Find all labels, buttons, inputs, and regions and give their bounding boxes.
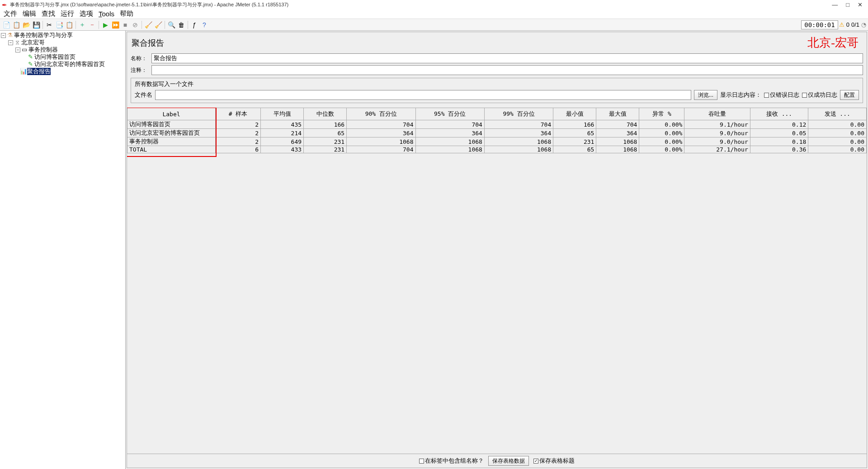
table-cell: 704 <box>415 120 484 129</box>
minimize-button[interactable]: — <box>832 1 838 8</box>
col-header[interactable]: 吞吐量 <box>684 108 750 120</box>
file-section-title: 所有数据写入一个文件 <box>131 78 863 89</box>
menu-help[interactable]: 帮助 <box>118 9 135 18</box>
configure-button[interactable]: 配置 <box>840 90 859 100</box>
collapse-icon[interactable]: − <box>8 40 13 45</box>
table-cell: 2 <box>216 137 261 146</box>
tree-thread-group[interactable]: − ⧖ 北京宏哥 <box>1 39 124 46</box>
add-icon[interactable]: ＋ <box>78 20 87 29</box>
table-row[interactable]: 访问北京宏哥的博客园首页221465364364364653640.00%9.0… <box>127 129 867 137</box>
reset-search-icon[interactable]: 🗑 <box>177 20 186 29</box>
separator <box>75 21 76 29</box>
col-header[interactable]: 异常 % <box>639 108 684 120</box>
col-header[interactable]: 90% 百分位 <box>347 108 415 120</box>
paste-icon[interactable]: 📋 <box>65 20 74 29</box>
save-table-data-button[interactable]: 保存表格数据 <box>488 456 529 466</box>
save-table-header-checkbox[interactable]: ✓保存表格标题 <box>533 457 575 465</box>
results-table[interactable]: Label# 样本平均值中位数90% 百分位95% 百分位99% 百分位最小值最… <box>127 108 867 153</box>
log-display-label: 显示日志内容： <box>720 91 761 99</box>
table-cell: 0.05 <box>750 129 808 137</box>
col-header[interactable]: Label <box>127 108 216 120</box>
close-button[interactable]: ✕ <box>858 1 863 8</box>
menu-options[interactable]: 选项 <box>78 9 95 18</box>
panel-title: 聚合报告 <box>132 38 164 48</box>
tree-transaction-controller[interactable]: − ▭ 事务控制器 <box>1 46 124 53</box>
test-plan-tree[interactable]: − ⚗ 事务控制器学习与分享 − ⧖ 北京宏哥 − ▭ 事务控制器 ✎ 访问博客… <box>0 31 126 469</box>
tree-http-request-1[interactable]: ✎ 访问博客园首页 <box>1 53 124 61</box>
name-input[interactable] <box>151 53 863 63</box>
table-cell: 231 <box>553 137 596 146</box>
window-title: 事务控制器学习与分享.jmx (D:\software\apache-jmete… <box>10 1 832 8</box>
only-error-checkbox[interactable]: 仅错误日志 <box>764 91 799 99</box>
warning-icon[interactable]: ⚠ <box>839 21 844 28</box>
stop-icon[interactable]: ■ <box>121 20 130 29</box>
table-row[interactable]: 事务控制器264923110681068106823110680.00%9.0/… <box>127 137 867 146</box>
table-cell: 0.36 <box>750 146 808 153</box>
table-cell: 0.00 <box>808 129 867 137</box>
col-header[interactable]: 最大值 <box>596 108 639 120</box>
cut-icon[interactable]: ✂ <box>45 20 54 29</box>
copy-icon[interactable]: 📑 <box>55 20 64 29</box>
browse-button[interactable]: 浏览... <box>694 90 717 100</box>
start-no-pause-icon[interactable]: ⏩ <box>111 20 120 29</box>
shutdown-icon[interactable]: ⊘ <box>131 20 140 29</box>
col-header[interactable]: 中位数 <box>304 108 347 120</box>
include-group-checkbox[interactable]: 在标签中包含组名称？ <box>419 457 484 465</box>
gauge-icon: ◔ <box>861 21 866 28</box>
threadgroup-icon: ⧖ <box>14 39 20 46</box>
col-header[interactable]: 99% 百分位 <box>484 108 553 120</box>
new-icon[interactable]: 📄 <box>2 20 11 29</box>
table-cell: 704 <box>347 120 415 129</box>
table-cell: 6 <box>216 146 261 153</box>
tree-aggregate-report[interactable]: 📊 聚合报告 <box>1 68 124 75</box>
toolbar: 📄 📋 📂 💾 ✂ 📑 📋 ＋ － ▶ ⏩ ■ ⊘ 🧹 🧹 🔍 🗑 ƒ ? 00… <box>0 19 868 31</box>
col-header[interactable]: 95% 百分位 <box>415 108 484 120</box>
remove-icon[interactable]: － <box>88 20 97 29</box>
table-cell: 事务控制器 <box>127 137 216 146</box>
table-cell: 435 <box>260 120 303 129</box>
menu-tools[interactable]: Tools <box>97 10 116 18</box>
tree-root[interactable]: − ⚗ 事务控制器学习与分享 <box>1 32 124 39</box>
table-cell: 1068 <box>596 137 639 146</box>
function-helper-icon[interactable]: ƒ <box>190 20 199 29</box>
table-cell: 433 <box>260 146 303 153</box>
testplan-icon: ⚗ <box>7 32 13 39</box>
table-cell: 2 <box>216 129 261 137</box>
table-row[interactable]: 访问博客园首页24351667047047041667040.00%9.1/ho… <box>127 120 867 129</box>
save-icon[interactable]: 💾 <box>32 20 41 29</box>
col-header[interactable]: # 样本 <box>216 108 261 120</box>
table-row[interactable]: TOTAL6433231704106810686510680.00%27.1/h… <box>127 146 867 153</box>
clear-all-icon[interactable]: 🧹 <box>154 20 163 29</box>
table-cell: TOTAL <box>127 146 216 153</box>
templates-icon[interactable]: 📋 <box>12 20 21 29</box>
title-bar: ✒ 事务控制器学习与分享.jmx (D:\software\apache-jme… <box>0 0 868 9</box>
filename-input[interactable] <box>155 90 691 100</box>
table-cell: 0.00% <box>639 120 684 129</box>
col-header[interactable]: 最小值 <box>553 108 596 120</box>
help-icon[interactable]: ? <box>200 20 209 29</box>
col-header[interactable]: 发送 ... <box>808 108 867 120</box>
menu-run[interactable]: 运行 <box>59 9 76 18</box>
collapse-icon[interactable]: − <box>15 47 20 52</box>
table-cell: 214 <box>260 129 303 137</box>
start-icon[interactable]: ▶ <box>101 20 110 29</box>
col-header[interactable]: 接收 ... <box>750 108 808 120</box>
table-cell: 27.1/hour <box>684 146 750 153</box>
col-header[interactable]: 平均值 <box>260 108 303 120</box>
search-icon[interactable]: 🔍 <box>167 20 176 29</box>
only-success-checkbox[interactable]: 仅成功日志 <box>802 91 837 99</box>
name-label: 名称： <box>131 55 149 62</box>
comment-label: 注释： <box>131 66 149 74</box>
open-icon[interactable]: 📂 <box>22 20 31 29</box>
maximize-button[interactable]: □ <box>846 1 849 8</box>
menu-file[interactable]: 文件 <box>2 9 19 18</box>
menu-search[interactable]: 查找 <box>40 9 57 18</box>
menu-edit[interactable]: 编辑 <box>21 9 38 18</box>
table-cell: 访问北京宏哥的博客园首页 <box>127 129 216 137</box>
collapse-icon[interactable]: − <box>1 33 6 38</box>
comment-input[interactable] <box>151 65 863 75</box>
filename-label: 文件名 <box>135 91 152 99</box>
tree-http-request-2[interactable]: ✎ 访问北京宏哥的博客园首页 <box>1 61 124 68</box>
table-cell: 704 <box>596 120 639 129</box>
clear-icon[interactable]: 🧹 <box>144 20 153 29</box>
